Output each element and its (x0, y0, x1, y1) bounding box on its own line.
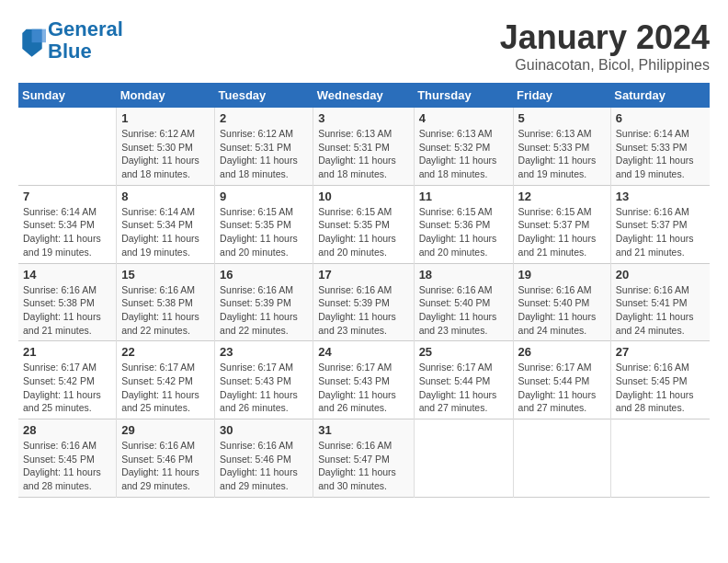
logo-icon (18, 25, 46, 57)
day-info: Sunrise: 6:15 AM Sunset: 5:37 PM Dayligh… (518, 205, 606, 259)
day-info: Sunrise: 6:17 AM Sunset: 5:43 PM Dayligh… (220, 361, 308, 415)
weekday-header-friday: Friday (513, 83, 610, 108)
day-number: 2 (220, 111, 308, 125)
calendar-cell: 29Sunrise: 6:16 AM Sunset: 5:46 PM Dayli… (117, 419, 215, 498)
day-number: 6 (616, 111, 705, 125)
day-info: Sunrise: 6:17 AM Sunset: 5:42 PM Dayligh… (23, 361, 111, 415)
day-number: 14 (23, 268, 111, 282)
calendar-cell: 6Sunrise: 6:14 AM Sunset: 5:33 PM Daylig… (610, 108, 710, 185)
day-number: 10 (318, 190, 408, 203)
day-number: 13 (616, 190, 705, 203)
day-info: Sunrise: 6:17 AM Sunset: 5:43 PM Dayligh… (318, 361, 408, 415)
day-info: Sunrise: 6:17 AM Sunset: 5:42 PM Dayligh… (121, 361, 210, 415)
day-number: 12 (518, 190, 606, 203)
calendar-cell: 14Sunrise: 6:16 AM Sunset: 5:38 PM Dayli… (18, 263, 117, 341)
day-number: 23 (220, 345, 308, 359)
day-info: Sunrise: 6:13 AM Sunset: 5:31 PM Dayligh… (318, 127, 408, 181)
calendar-cell: 5Sunrise: 6:13 AM Sunset: 5:33 PM Daylig… (513, 108, 610, 185)
day-number: 19 (518, 268, 606, 282)
calendar-cell: 7Sunrise: 6:14 AM Sunset: 5:34 PM Daylig… (18, 185, 117, 263)
calendar-cell (513, 419, 610, 498)
day-info: Sunrise: 6:15 AM Sunset: 5:35 PM Dayligh… (220, 205, 308, 259)
weekday-header-row: SundayMondayTuesdayWednesdayThursdayFrid… (18, 83, 710, 108)
day-number: 5 (518, 111, 606, 125)
day-info: Sunrise: 6:16 AM Sunset: 5:47 PM Dayligh… (318, 439, 408, 493)
day-info: Sunrise: 6:16 AM Sunset: 5:46 PM Dayligh… (220, 439, 308, 493)
day-number: 24 (318, 345, 408, 359)
day-info: Sunrise: 6:16 AM Sunset: 5:45 PM Dayligh… (616, 361, 705, 415)
logo-blue: Blue (48, 40, 92, 63)
logo: General Blue (18, 18, 123, 63)
day-number: 1 (121, 111, 210, 125)
calendar-cell: 23Sunrise: 6:17 AM Sunset: 5:43 PM Dayli… (215, 341, 313, 419)
day-info: Sunrise: 6:16 AM Sunset: 5:41 PM Dayligh… (616, 283, 705, 338)
calendar-cell: 19Sunrise: 6:16 AM Sunset: 5:40 PM Dayli… (513, 263, 610, 341)
calendar-cell: 11Sunrise: 6:15 AM Sunset: 5:36 PM Dayli… (414, 185, 513, 263)
calendar-cell (414, 419, 513, 498)
day-number: 11 (419, 190, 508, 203)
calendar-week-1: 1Sunrise: 6:12 AM Sunset: 5:30 PM Daylig… (18, 108, 710, 185)
calendar-cell: 24Sunrise: 6:17 AM Sunset: 5:43 PM Dayli… (313, 341, 414, 419)
day-info: Sunrise: 6:15 AM Sunset: 5:36 PM Dayligh… (419, 205, 508, 259)
day-number: 9 (220, 190, 308, 203)
day-info: Sunrise: 6:16 AM Sunset: 5:37 PM Dayligh… (616, 205, 705, 259)
day-info: Sunrise: 6:16 AM Sunset: 5:40 PM Dayligh… (419, 283, 508, 338)
weekday-header-wednesday: Wednesday (313, 83, 414, 108)
day-info: Sunrise: 6:15 AM Sunset: 5:35 PM Dayligh… (318, 205, 408, 259)
calendar-cell: 25Sunrise: 6:17 AM Sunset: 5:44 PM Dayli… (414, 341, 513, 419)
calendar-subtitle: Guinacotan, Bicol, Philippines (500, 57, 710, 74)
calendar-header: SundayMondayTuesdayWednesdayThursdayFrid… (18, 83, 710, 108)
weekday-header-sunday: Sunday (18, 83, 117, 108)
logo-text: General Blue (48, 18, 123, 63)
day-number: 20 (616, 268, 705, 282)
calendar-cell: 16Sunrise: 6:16 AM Sunset: 5:39 PM Dayli… (215, 263, 313, 341)
day-number: 27 (616, 345, 705, 359)
calendar-table: SundayMondayTuesdayWednesdayThursdayFrid… (18, 83, 710, 498)
day-info: Sunrise: 6:16 AM Sunset: 5:40 PM Dayligh… (518, 283, 606, 338)
day-number: 21 (23, 345, 111, 359)
day-number: 16 (220, 268, 308, 282)
weekday-header-thursday: Thursday (414, 83, 513, 108)
day-number: 26 (518, 345, 606, 359)
weekday-header-saturday: Saturday (610, 83, 710, 108)
day-info: Sunrise: 6:16 AM Sunset: 5:39 PM Dayligh… (318, 283, 408, 338)
calendar-cell: 3Sunrise: 6:13 AM Sunset: 5:31 PM Daylig… (313, 108, 414, 185)
calendar-title: January 2024 (500, 18, 710, 57)
day-number: 31 (318, 423, 408, 437)
calendar-cell: 9Sunrise: 6:15 AM Sunset: 5:35 PM Daylig… (215, 185, 313, 263)
calendar-cell: 2Sunrise: 6:12 AM Sunset: 5:31 PM Daylig… (215, 108, 313, 185)
calendar-cell: 1Sunrise: 6:12 AM Sunset: 5:30 PM Daylig… (117, 108, 215, 185)
day-number: 25 (419, 345, 508, 359)
calendar-cell: 10Sunrise: 6:15 AM Sunset: 5:35 PM Dayli… (313, 185, 414, 263)
day-info: Sunrise: 6:13 AM Sunset: 5:33 PM Dayligh… (518, 127, 606, 181)
day-info: Sunrise: 6:17 AM Sunset: 5:44 PM Dayligh… (419, 361, 508, 415)
calendar-cell: 28Sunrise: 6:16 AM Sunset: 5:45 PM Dayli… (18, 419, 117, 498)
calendar-cell: 17Sunrise: 6:16 AM Sunset: 5:39 PM Dayli… (313, 263, 414, 341)
day-info: Sunrise: 6:14 AM Sunset: 5:34 PM Dayligh… (121, 205, 210, 259)
calendar-body: 1Sunrise: 6:12 AM Sunset: 5:30 PM Daylig… (18, 108, 710, 497)
day-number: 30 (220, 423, 308, 437)
day-info: Sunrise: 6:14 AM Sunset: 5:33 PM Dayligh… (616, 127, 705, 181)
calendar-week-3: 14Sunrise: 6:16 AM Sunset: 5:38 PM Dayli… (18, 263, 710, 341)
weekday-header-tuesday: Tuesday (215, 83, 313, 108)
calendar-cell: 12Sunrise: 6:15 AM Sunset: 5:37 PM Dayli… (513, 185, 610, 263)
svg-marker-1 (32, 29, 46, 42)
calendar-cell (610, 419, 710, 498)
calendar-cell: 22Sunrise: 6:17 AM Sunset: 5:42 PM Dayli… (117, 341, 215, 419)
calendar-cell: 26Sunrise: 6:17 AM Sunset: 5:44 PM Dayli… (513, 341, 610, 419)
day-number: 7 (23, 190, 111, 203)
calendar-week-5: 28Sunrise: 6:16 AM Sunset: 5:45 PM Dayli… (18, 419, 710, 498)
weekday-header-monday: Monday (117, 83, 215, 108)
calendar-cell: 4Sunrise: 6:13 AM Sunset: 5:32 PM Daylig… (414, 108, 513, 185)
day-info: Sunrise: 6:16 AM Sunset: 5:46 PM Dayligh… (121, 439, 210, 493)
calendar-cell: 15Sunrise: 6:16 AM Sunset: 5:38 PM Dayli… (117, 263, 215, 341)
calendar-cell: 21Sunrise: 6:17 AM Sunset: 5:42 PM Dayli… (18, 341, 117, 419)
day-number: 28 (23, 423, 111, 437)
day-number: 22 (121, 345, 210, 359)
day-number: 29 (121, 423, 210, 437)
day-number: 17 (318, 268, 408, 282)
day-info: Sunrise: 6:12 AM Sunset: 5:31 PM Dayligh… (220, 127, 308, 181)
calendar-cell: 31Sunrise: 6:16 AM Sunset: 5:47 PM Dayli… (313, 419, 414, 498)
calendar-week-4: 21Sunrise: 6:17 AM Sunset: 5:42 PM Dayli… (18, 341, 710, 419)
day-info: Sunrise: 6:16 AM Sunset: 5:39 PM Dayligh… (220, 283, 308, 338)
